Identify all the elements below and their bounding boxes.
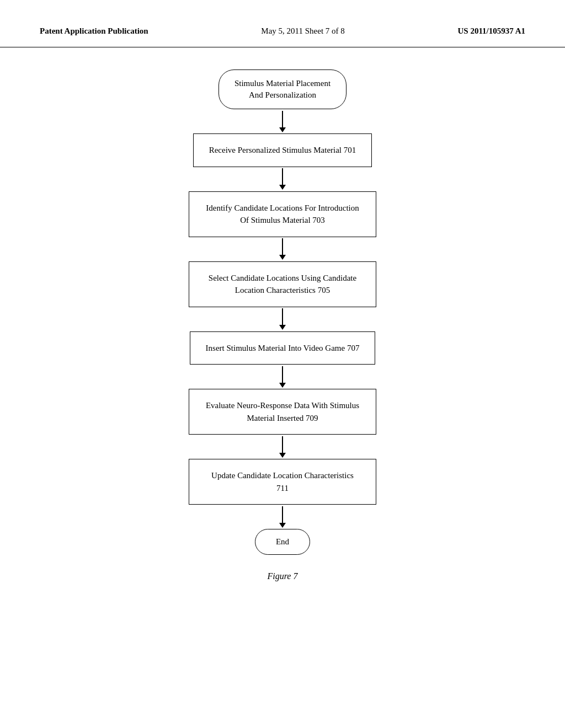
figure-caption: Figure 7	[268, 571, 298, 581]
step-711: Update Candidate Location Characteristic…	[189, 459, 376, 505]
start-node: Stimulus Material Placement And Personal…	[218, 69, 347, 109]
step-705-text: Select Candidate Locations Using Candida…	[209, 274, 356, 295]
step-703-text: Identify Candidate Locations For Introdu…	[206, 204, 359, 225]
step-701-text: Receive Personalized Stimulus Material 7…	[209, 146, 356, 154]
arrow-head-2	[279, 255, 286, 260]
step-707: Insert Stimulus Material Into Video Game…	[190, 331, 376, 365]
arrow-head-0	[279, 127, 286, 132]
arrow-head-1	[279, 185, 286, 190]
arrow-line-3	[282, 308, 283, 325]
arrow-line-4	[282, 366, 283, 383]
arrow-1	[279, 167, 286, 191]
arrow-head-5	[279, 453, 286, 458]
page-header: Patent Application Publication May 5, 20…	[0, 0, 565, 47]
header-right-label: US 2011/105937 A1	[457, 26, 525, 36]
arrow-5	[279, 435, 286, 459]
arrow-line-0	[282, 111, 283, 127]
arrow-line-6	[282, 506, 283, 523]
step-701: Receive Personalized Stimulus Material 7…	[193, 133, 372, 167]
arrow-0	[279, 109, 286, 133]
start-node-line2: And Personalization	[249, 90, 316, 99]
arrow-line-2	[282, 238, 283, 255]
step-709-text: Evaluate Neuro-Response Data With Stimul…	[206, 401, 359, 422]
arrow-6	[279, 505, 286, 529]
header-left-label: Patent Application Publication	[40, 26, 148, 36]
start-node-line1: Stimulus Material Placement	[234, 79, 331, 88]
arrow-4	[279, 365, 286, 389]
end-node: End	[255, 529, 310, 555]
arrow-2	[279, 237, 286, 261]
arrow-line-5	[282, 436, 283, 453]
header-center-label: May 5, 2011 Sheet 7 of 8	[261, 26, 345, 36]
arrow-head-4	[279, 383, 286, 388]
step-703: Identify Candidate Locations For Introdu…	[189, 191, 376, 237]
step-705: Select Candidate Locations Using Candida…	[189, 261, 376, 307]
step-707-text: Insert Stimulus Material Into Video Game…	[206, 344, 360, 352]
step-709: Evaluate Neuro-Response Data With Stimul…	[189, 389, 376, 435]
diagram-area: Stimulus Material Placement And Personal…	[0, 47, 565, 592]
arrow-3	[279, 307, 286, 331]
arrow-head-6	[279, 523, 286, 528]
arrow-line-1	[282, 168, 283, 185]
end-node-text: End	[276, 537, 289, 546]
step-711-text: Update Candidate Location Characteristic…	[211, 471, 354, 493]
arrow-head-3	[279, 325, 286, 330]
